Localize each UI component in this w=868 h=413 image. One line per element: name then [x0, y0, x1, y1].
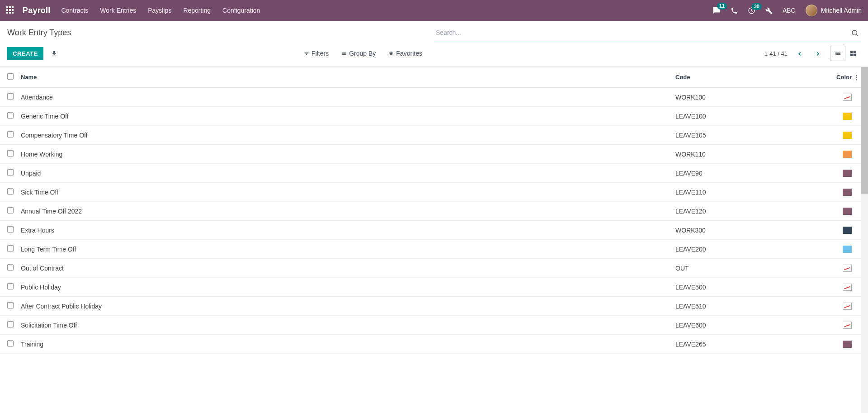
table-header: Name Code Color ⋮	[0, 67, 868, 88]
cell-name: Generic Time Off	[21, 113, 675, 120]
view-kanban-button[interactable]	[845, 46, 861, 61]
cell-color	[811, 245, 852, 253]
cell-name: Long Term Time Off	[21, 246, 675, 253]
color-swatch	[843, 151, 852, 158]
company-selector[interactable]: ABC	[783, 7, 796, 14]
groupby-label: Group By	[349, 50, 376, 57]
table-row[interactable]: Public HolidayLEAVE500	[0, 278, 868, 297]
color-swatch	[843, 303, 852, 310]
header-code[interactable]: Code	[675, 74, 811, 81]
header-color[interactable]: Color	[811, 74, 852, 81]
table-row[interactable]: Sick Time OffLEAVE110	[0, 183, 868, 202]
cell-code: WORK100	[675, 94, 811, 101]
table-row[interactable]: Extra HoursWORK300	[0, 221, 868, 240]
cell-color	[811, 93, 852, 101]
top-navbar: Payroll Contracts Work Entries Payslips …	[0, 0, 868, 21]
cp-row-top: Work Entry Types	[0, 21, 868, 40]
svg-point-0	[852, 30, 857, 35]
menu-reporting[interactable]: Reporting	[183, 7, 211, 14]
color-swatch	[843, 227, 852, 234]
cell-name: Solicitation Time Off	[21, 322, 675, 329]
row-checkbox[interactable]	[7, 93, 14, 100]
avatar	[806, 5, 817, 16]
header-name[interactable]: Name	[21, 74, 675, 81]
row-checkbox[interactable]	[7, 169, 14, 176]
row-checkbox[interactable]	[7, 245, 14, 252]
column-options-icon[interactable]: ⋮	[852, 74, 861, 81]
cell-code: OUT	[675, 265, 811, 272]
activities-icon[interactable]: 30	[748, 7, 755, 14]
menu-work-entries[interactable]: Work Entries	[100, 7, 136, 14]
export-button[interactable]	[49, 47, 60, 59]
cell-code: LEAVE510	[675, 303, 811, 310]
favorites-button[interactable]: Favorites	[388, 50, 422, 57]
table-row[interactable]: Solicitation Time OffLEAVE600	[0, 316, 868, 335]
row-checkbox[interactable]	[7, 207, 14, 214]
table-row[interactable]: AttendanceWORK100	[0, 88, 868, 107]
search-button[interactable]	[849, 27, 861, 39]
create-button[interactable]: CREATE	[7, 47, 43, 60]
color-swatch	[843, 94, 852, 101]
row-checkbox[interactable]	[7, 188, 14, 195]
row-checkbox[interactable]	[7, 302, 14, 309]
cell-code: WORK300	[675, 227, 811, 234]
app-name[interactable]: Payroll	[23, 6, 50, 15]
scrollbar-thumb[interactable]	[861, 67, 868, 194]
row-checkbox[interactable]	[7, 283, 14, 290]
table-row[interactable]: UnpaidLEAVE90	[0, 164, 868, 183]
menu-configuration[interactable]: Configuration	[222, 7, 260, 14]
cell-color	[811, 283, 852, 291]
pager-text[interactable]: 1-41 / 41	[764, 50, 788, 57]
cell-color	[811, 188, 852, 196]
pager-next[interactable]	[812, 47, 824, 59]
row-checkbox[interactable]	[7, 321, 14, 328]
row-checkbox[interactable]	[7, 112, 14, 119]
color-swatch	[843, 170, 852, 177]
table-row[interactable]: Long Term Time OffLEAVE200	[0, 240, 868, 259]
cell-code: LEAVE265	[675, 341, 811, 348]
select-all-checkbox[interactable]	[7, 73, 14, 80]
user-menu[interactable]: Mitchell Admin	[806, 5, 862, 16]
cell-color	[811, 340, 852, 348]
table-row[interactable]: Out of ContractOUT	[0, 259, 868, 278]
row-checkbox[interactable]	[7, 340, 14, 347]
breadcrumb: Work Entry Types	[7, 28, 434, 38]
cell-color	[811, 150, 852, 158]
cell-code: LEAVE100	[675, 113, 811, 120]
color-swatch	[843, 265, 852, 272]
cell-color	[811, 131, 852, 139]
table-row[interactable]: Compensatory Time OffLEAVE105	[0, 126, 868, 145]
table-row[interactable]: TrainingLEAVE265	[0, 335, 868, 354]
row-checkbox[interactable]	[7, 131, 14, 138]
groupby-button[interactable]: Group By	[341, 50, 376, 57]
cell-code: LEAVE500	[675, 284, 811, 291]
table-row[interactable]: After Contract Public HolidayLEAVE510	[0, 297, 868, 316]
color-swatch	[843, 113, 852, 120]
debug-icon[interactable]	[765, 6, 773, 14]
cell-name: Public Holiday	[21, 284, 675, 291]
filters-button[interactable]: Filters	[304, 50, 329, 57]
cell-color	[811, 302, 852, 310]
row-checkbox[interactable]	[7, 264, 14, 271]
search-area	[434, 25, 861, 40]
table-row[interactable]: Home WorkingWORK110	[0, 145, 868, 164]
apps-icon[interactable]	[6, 6, 14, 14]
messages-icon[interactable]: 11	[712, 6, 721, 14]
cp-search-options: Filters Group By Favorites	[60, 50, 764, 57]
scrollbar[interactable]: ▾	[861, 67, 868, 413]
color-swatch	[843, 284, 852, 291]
table-row[interactable]: Generic Time OffLEAVE100	[0, 107, 868, 126]
phone-icon[interactable]	[731, 6, 738, 14]
cell-name: Unpaid	[21, 170, 675, 177]
cell-code: LEAVE110	[675, 189, 811, 196]
pager-prev[interactable]	[794, 47, 806, 59]
row-checkbox[interactable]	[7, 226, 14, 233]
view-list-button[interactable]	[830, 46, 845, 61]
row-checkbox[interactable]	[7, 150, 14, 157]
table-row[interactable]: Annual Time Off 2022LEAVE120	[0, 202, 868, 221]
menu-payslips[interactable]: Payslips	[148, 7, 171, 14]
cell-code: LEAVE600	[675, 322, 811, 329]
search-input[interactable]	[434, 25, 861, 40]
menu-contracts[interactable]: Contracts	[61, 7, 88, 14]
activities-badge: 30	[752, 3, 762, 10]
